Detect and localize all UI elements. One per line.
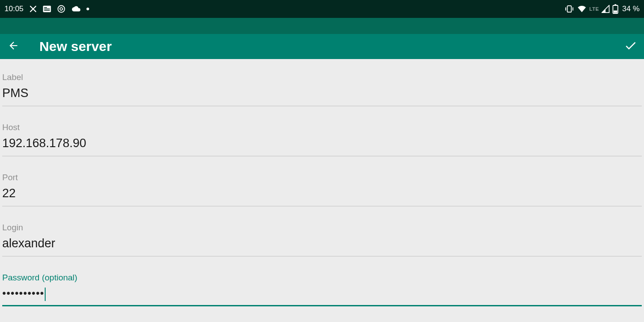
field-password[interactable]: Password (optional) •••••••••• — [2, 267, 642, 306]
field-label[interactable]: Label — [2, 67, 642, 106]
field-login[interactable]: Login — [2, 217, 642, 257]
confirm-button[interactable] — [620, 36, 641, 57]
field-port[interactable]: Port — [2, 167, 642, 207]
wifi-icon — [577, 5, 587, 13]
app-indicator-icon — [29, 5, 37, 13]
battery-percentage: 34 % — [622, 4, 640, 13]
password-caption: Password (optional) — [2, 273, 642, 283]
svg-rect-2 — [44, 8, 50, 9]
label-caption: Label — [2, 72, 642, 82]
system-status-bar: 10:05 • LTE 34 % — [0, 0, 644, 18]
svg-rect-5 — [567, 6, 571, 12]
battery-icon — [612, 4, 619, 14]
svg-rect-9 — [614, 4, 616, 6]
clock: 10:05 — [4, 4, 24, 13]
host-input[interactable] — [2, 135, 642, 154]
signal-icon — [602, 5, 610, 13]
app-bar: New server — [0, 34, 644, 59]
port-input[interactable] — [2, 185, 642, 204]
app-header: New server — [0, 18, 644, 59]
text-cursor — [45, 288, 46, 301]
news-icon — [42, 5, 51, 13]
port-caption: Port — [2, 173, 642, 182]
network-type: LTE — [589, 6, 599, 12]
password-input[interactable]: •••••••••• — [2, 285, 44, 303]
login-caption: Login — [2, 223, 642, 233]
sync-icon — [57, 4, 66, 13]
back-button[interactable] — [3, 36, 24, 57]
arrow-back-icon — [8, 40, 19, 53]
host-caption: Host — [2, 123, 642, 132]
svg-rect-1 — [44, 7, 47, 8]
field-host[interactable]: Host — [2, 117, 642, 157]
cloud-icon — [71, 5, 81, 13]
svg-rect-10 — [614, 11, 617, 13]
check-icon — [624, 39, 637, 54]
svg-rect-3 — [44, 10, 50, 11]
page-title: New server — [39, 39, 112, 54]
vibrate-icon — [564, 5, 574, 13]
svg-point-4 — [58, 6, 64, 13]
label-input[interactable] — [2, 85, 642, 104]
server-form: Label Host Port Login Password (optional… — [0, 59, 644, 306]
login-input[interactable] — [2, 235, 642, 254]
